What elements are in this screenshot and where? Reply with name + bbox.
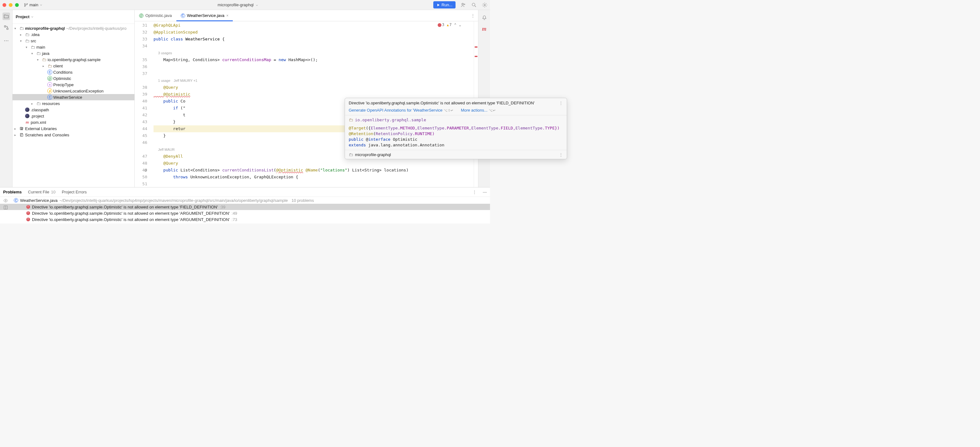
eye-icon[interactable]: [3, 198, 8, 203]
gutter[interactable]: 31 32 33 34 35 36 37 38 39 40 41 42 43 4…: [135, 21, 154, 187]
svg-point-8: [4, 40, 5, 41]
popup-package: io.openliberty.graphql.sample: [355, 118, 426, 122]
exception-icon: ⚡: [47, 88, 52, 93]
window-controls: [3, 3, 19, 7]
eclipse-icon: [25, 107, 29, 112]
tree-folder-main[interactable]: ▾main: [13, 44, 134, 50]
chevron-down-icon[interactable]: ⌄: [459, 22, 461, 27]
maven-tool-icon[interactable]: m: [482, 26, 486, 32]
folder-icon: [24, 32, 30, 37]
svg-point-13: [5, 200, 6, 201]
project-tree[interactable]: ▾microprofile-graphql~/Dev/projects/inte…: [13, 24, 134, 187]
tree-file-project[interactable]: .project: [13, 113, 134, 119]
override-gutter-icon[interactable]: @: [145, 167, 146, 174]
chevron-up-icon[interactable]: ⌃: [454, 22, 457, 27]
code-editor[interactable]: 3 7 ⌃ ⌄ @GraphQLApi @ApplicationScoped p…: [154, 21, 474, 187]
close-tab-icon[interactable]: ×: [226, 13, 228, 18]
error-icon: [26, 211, 30, 215]
tree-folder-src[interactable]: ▾src: [13, 38, 134, 44]
tree-external-libs[interactable]: ▸External Libraries: [13, 125, 134, 132]
svg-point-3: [462, 3, 463, 5]
structure-tool-icon[interactable]: [3, 24, 10, 31]
window-title: microprofile-graphql: [43, 3, 433, 7]
tab-weatherservice[interactable]: CWeatherService.java×: [177, 10, 233, 21]
tree-folder-idea[interactable]: ▸.idea: [13, 31, 134, 38]
hide-panel-icon[interactable]: —: [483, 190, 487, 194]
code-with-me-icon[interactable]: [461, 2, 466, 8]
tree-file-precip[interactable]: EPrecipType: [13, 81, 134, 88]
svg-point-4: [472, 3, 475, 6]
error-marker[interactable]: [475, 56, 477, 57]
svg-point-2: [27, 3, 27, 5]
svg-point-10: [8, 40, 8, 41]
usages-hint[interactable]: 1 usage: [158, 79, 170, 83]
svg-point-0: [24, 3, 25, 5]
branch-icon: [24, 3, 28, 7]
class-icon: C: [14, 198, 18, 203]
svg-rect-6: [5, 26, 6, 27]
current-file-tab[interactable]: Current File 10: [28, 190, 56, 194]
editor-tabs: @Optimistic.java CWeatherService.java× ⋮: [135, 10, 478, 21]
tree-file-unknown[interactable]: ⚡UnknownLocationException: [13, 88, 134, 94]
tree-folder-java[interactable]: ▾java: [13, 50, 134, 56]
tree-package-client[interactable]: ▸client: [13, 63, 134, 69]
module-icon: [349, 152, 353, 157]
tree-folder-resources[interactable]: ▸resources: [13, 100, 134, 107]
popup-code: @Target({ElementType.METHOD,ElementType.…: [345, 124, 567, 150]
tree-file-conditions[interactable]: CConditions: [13, 69, 134, 75]
folder-icon: [24, 38, 30, 43]
problems-tab[interactable]: Problems: [3, 190, 22, 194]
problem-row[interactable]: Directive 'io.openliberty.graphql.sample…: [0, 204, 490, 210]
zoom-window-icon[interactable]: [15, 3, 19, 7]
tab-optimistic[interactable]: @Optimistic.java: [135, 10, 177, 21]
tree-file-classpath[interactable]: .classpath: [13, 107, 134, 113]
popup-menu-icon[interactable]: ⋮: [559, 101, 563, 105]
chevron-down-icon: [31, 15, 34, 19]
search-icon[interactable]: [471, 2, 477, 8]
project-panel-header[interactable]: Project: [13, 10, 134, 24]
tree-file-pom[interactable]: mpom.xml: [13, 119, 134, 125]
titlebar: main microprofile-graphql Run...: [0, 0, 490, 10]
tree-file-weather[interactable]: CWeatherService: [13, 94, 134, 100]
more-tools-icon[interactable]: [3, 37, 10, 45]
problems-menu-icon[interactable]: ⋮: [473, 190, 477, 194]
minimize-window-icon[interactable]: [9, 3, 13, 7]
warning-count: 7: [447, 22, 452, 27]
run-button[interactable]: Run...: [433, 1, 455, 8]
project-tool-icon[interactable]: [3, 13, 10, 20]
maven-icon: m: [24, 120, 30, 125]
problem-row[interactable]: Directive 'io.openliberty.graphql.sample…: [0, 210, 490, 216]
error-marker[interactable]: [475, 46, 477, 48]
more-actions-link[interactable]: More actions...: [461, 108, 487, 113]
package-icon: [349, 117, 353, 122]
class-icon: C: [47, 70, 52, 75]
tree-file-optimistic[interactable]: @Optimistic: [13, 75, 134, 81]
usages-hint[interactable]: 3 usages: [158, 51, 172, 55]
gear-icon[interactable]: [482, 2, 487, 8]
folder-icon: [30, 45, 36, 49]
play-icon: [436, 3, 440, 7]
problem-row[interactable]: Directive 'io.openliberty.graphql.sample…: [0, 216, 490, 223]
project-errors-tab[interactable]: Project Errors: [62, 190, 86, 194]
annotation-icon: @: [139, 13, 143, 18]
package-icon: [47, 63, 52, 68]
left-toolbar: [0, 10, 13, 187]
notifications-icon[interactable]: [482, 15, 487, 21]
git-branch-selector[interactable]: main: [24, 3, 43, 7]
problems-file-header[interactable]: C WeatherService.java ~/Dev/projects/int…: [0, 197, 490, 204]
tree-package[interactable]: ▾io.openliberty.graphql.sample: [13, 56, 134, 63]
source-folder-icon: [36, 51, 41, 56]
error-count: 3: [438, 22, 444, 27]
inspection-widget[interactable]: 3 7 ⌃ ⌄: [438, 22, 461, 27]
popup-menu-icon[interactable]: ⋮: [559, 152, 563, 157]
editor-tabs-menu-icon[interactable]: ⋮: [471, 10, 478, 21]
author-hint[interactable]: Jeff MAURY +1: [173, 79, 197, 83]
layout-icon[interactable]: [3, 205, 8, 210]
tree-scratches[interactable]: ▸Scratches and Consoles: [13, 132, 134, 138]
close-window-icon[interactable]: [3, 3, 6, 7]
folder-icon: [19, 26, 24, 31]
enum-icon: E: [47, 82, 52, 87]
generate-annotations-link[interactable]: Generate OpenAPI Annotations for 'Weathe…: [349, 108, 442, 113]
author-hint[interactable]: Jeff MAUR: [158, 148, 175, 152]
tree-project-root[interactable]: ▾microprofile-graphql~/Dev/projects/inte…: [13, 25, 134, 31]
